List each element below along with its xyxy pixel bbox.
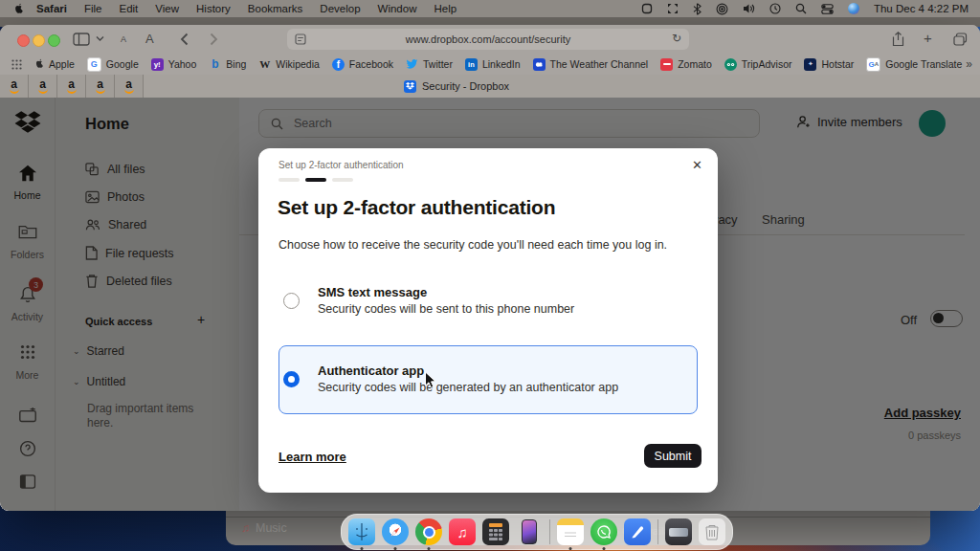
menu-edit[interactable]: Edit bbox=[111, 3, 147, 14]
increase-text-size-button[interactable]: A bbox=[145, 32, 154, 46]
modal-title: Set up 2-factor authentication bbox=[278, 196, 555, 219]
back-button[interactable] bbox=[180, 33, 189, 46]
step-1 bbox=[278, 178, 300, 182]
bookmark-tripadvisor[interactable]: TripAdvisor bbox=[724, 58, 792, 71]
dropbox-favicon bbox=[404, 80, 416, 93]
forward-button[interactable] bbox=[210, 33, 218, 46]
sidebar-chevron-icon[interactable] bbox=[96, 35, 104, 42]
frequently-visited-icon[interactable] bbox=[11, 59, 22, 70]
finder-icon bbox=[348, 518, 375, 545]
tab-overview-icon[interactable] bbox=[953, 33, 968, 46]
shortcuts-icon[interactable] bbox=[641, 3, 653, 14]
hotstar-favicon: ✦ bbox=[804, 58, 816, 71]
bluetooth-icon[interactable] bbox=[693, 3, 702, 15]
spotlight-icon[interactable] bbox=[795, 3, 807, 14]
hotspot-icon[interactable] bbox=[716, 3, 728, 15]
close-window-button[interactable] bbox=[17, 34, 30, 47]
decrease-text-size-button[interactable]: A bbox=[121, 34, 126, 44]
pinned-tab-amazon[interactable]: a bbox=[115, 75, 144, 98]
dock-music[interactable]: ♫ bbox=[449, 518, 476, 545]
option-sms-title[interactable]: SMS text message bbox=[318, 285, 427, 299]
siri-sphere-icon[interactable] bbox=[848, 3, 859, 14]
volume-icon[interactable] bbox=[743, 3, 755, 14]
bookmark-linkedin[interactable]: inLinkedIn bbox=[465, 58, 521, 71]
bookmark-facebook[interactable]: fFacebook bbox=[332, 58, 393, 71]
dock-iphone-mirroring[interactable] bbox=[516, 518, 543, 545]
menu-app-name[interactable]: Safari bbox=[28, 3, 76, 14]
mouse-cursor bbox=[424, 371, 436, 389]
amazon-smile-icon bbox=[38, 88, 48, 94]
active-tab-title: Security - Dropbox bbox=[422, 80, 509, 92]
pinned-tab-amazon[interactable]: a bbox=[0, 75, 29, 98]
apple-menu-icon[interactable] bbox=[13, 3, 24, 15]
share-icon[interactable] bbox=[892, 32, 904, 47]
weather-channel-favicon bbox=[533, 58, 546, 71]
bing-favicon: b bbox=[209, 58, 221, 71]
dock-freeform[interactable] bbox=[624, 518, 651, 545]
menu-file[interactable]: File bbox=[76, 3, 111, 14]
menu-develop[interactable]: Develop bbox=[311, 3, 368, 14]
option-sms-description: Security codes will be sent to this phon… bbox=[318, 302, 574, 316]
radio-sms[interactable] bbox=[283, 293, 300, 309]
active-tab[interactable]: Security - Dropbox bbox=[144, 75, 980, 98]
whatsapp-icon bbox=[590, 518, 617, 545]
menu-help[interactable]: Help bbox=[425, 3, 465, 14]
notes-icon bbox=[557, 518, 584, 545]
bookmark-google[interactable]: GGoogle bbox=[87, 57, 139, 72]
bookmark-hotstar[interactable]: ✦Hotstar bbox=[804, 58, 854, 71]
learn-more-link[interactable]: Learn more bbox=[278, 450, 346, 464]
control-center-icon[interactable] bbox=[821, 4, 834, 14]
option-authenticator-box[interactable] bbox=[278, 345, 698, 414]
bookmark-apple[interactable]: Apple bbox=[34, 58, 75, 70]
dock-trash[interactable] bbox=[699, 518, 725, 545]
bookmark-bing[interactable]: bBing bbox=[209, 58, 246, 71]
bookmark-yahoo[interactable]: y!Yahoo bbox=[151, 58, 197, 71]
dock-notes[interactable] bbox=[557, 518, 584, 545]
amazon-smile-icon bbox=[96, 88, 105, 94]
menu-bookmarks[interactable]: Bookmarks bbox=[239, 3, 312, 14]
dock-calculator[interactable] bbox=[482, 518, 509, 545]
time-machine-icon[interactable] bbox=[769, 3, 781, 14]
address-bar[interactable]: www.dropbox.com/account/security ↻ bbox=[287, 29, 689, 50]
menu-history[interactable]: History bbox=[188, 3, 239, 14]
dock: ♫ bbox=[341, 514, 733, 550]
tab-strip: a a a a a Security - Dropbox bbox=[0, 75, 980, 98]
zomato-favicon bbox=[660, 58, 673, 71]
menu-bar-clock[interactable]: Thu Dec 4 4:22 PM bbox=[874, 3, 969, 14]
pinned-tab-amazon[interactable]: a bbox=[29, 75, 57, 98]
bookmark-wikipedia[interactable]: WWikipedia bbox=[258, 58, 320, 71]
bookmark-twitter[interactable]: Twitter bbox=[406, 58, 453, 70]
dock-safari[interactable] bbox=[382, 518, 409, 545]
reload-icon[interactable]: ↻ bbox=[672, 32, 681, 45]
close-icon[interactable]: ✕ bbox=[692, 158, 702, 172]
freeform-icon bbox=[624, 518, 651, 545]
submit-button[interactable]: Submit bbox=[644, 444, 702, 468]
stage-manager-icon[interactable] bbox=[667, 3, 679, 14]
pinned-tab-amazon[interactable]: a bbox=[86, 75, 115, 98]
modal-eyebrow: Set up 2-factor authentication bbox=[278, 160, 404, 170]
bookmark-zomato[interactable]: Zomato bbox=[660, 58, 712, 71]
tripadvisor-favicon bbox=[724, 58, 737, 71]
option-authenticator-title[interactable]: Authenticator app bbox=[318, 364, 424, 378]
google-favicon: G bbox=[87, 57, 101, 72]
minimize-window-button[interactable] bbox=[33, 34, 45, 47]
radio-authenticator-selected[interactable] bbox=[283, 371, 300, 387]
pinned-tab-amazon[interactable]: a bbox=[57, 75, 86, 98]
new-tab-button[interactable]: + bbox=[924, 30, 932, 46]
menu-window[interactable]: Window bbox=[369, 3, 426, 14]
preview-window-icon bbox=[665, 518, 692, 545]
bookmarks-overflow-chevron[interactable]: » bbox=[966, 57, 972, 71]
dock-whatsapp[interactable] bbox=[590, 518, 617, 545]
page-settings-icon[interactable] bbox=[295, 33, 306, 45]
dock-chrome[interactable] bbox=[415, 518, 442, 545]
bookmark-weather-channel[interactable]: The Weather Channel bbox=[533, 58, 649, 71]
music-app-icon: ♫ bbox=[449, 518, 476, 545]
menu-view[interactable]: View bbox=[146, 3, 188, 14]
dock-finder[interactable] bbox=[348, 518, 375, 545]
dock-preview-window[interactable] bbox=[665, 518, 692, 545]
bookmark-google-translate[interactable]: GAGoogle Translate bbox=[866, 57, 962, 72]
safari-window: A A www.dropbox.com/account/security ↻ +… bbox=[0, 25, 980, 511]
sidebar-toggle-icon[interactable] bbox=[73, 33, 90, 46]
modal-subtitle: Choose how to receive the security code … bbox=[278, 238, 667, 252]
zoom-window-button[interactable] bbox=[48, 34, 60, 47]
